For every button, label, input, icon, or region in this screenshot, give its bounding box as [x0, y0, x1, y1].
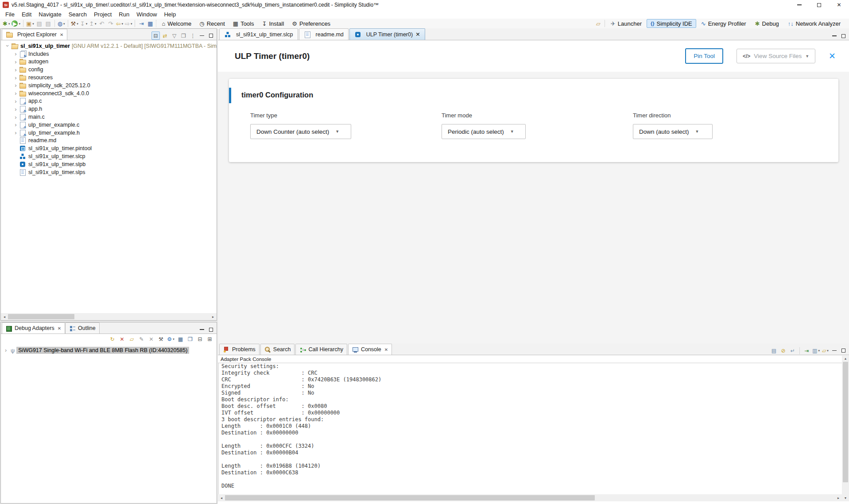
build-icon[interactable]: ⚒ [70, 19, 79, 28]
delete-icon[interactable]: ✕ [147, 335, 155, 344]
external-tools-icon[interactable]: ◍ [57, 19, 66, 28]
maximize-view-icon[interactable] [839, 347, 847, 355]
menu-edit[interactable]: Edit [18, 10, 35, 19]
perspective-launcher[interactable]: ✈Launcher [607, 19, 646, 28]
window-maximize-button[interactable] [809, 0, 829, 10]
window-minimize-button[interactable] [789, 0, 809, 10]
debug-icon[interactable]: ✱ [2, 19, 11, 28]
filter-icon[interactable]: ▽ [170, 31, 178, 40]
close-tab-icon[interactable]: ✕ [415, 31, 420, 38]
tree-item[interactable]: sl_si91x_ulp_timer.slcp [1, 152, 217, 160]
field-dropdown[interactable]: Down (auto select) ▼ [633, 124, 713, 139]
console-hscrollbar[interactable]: ◂ ▸ [218, 494, 842, 501]
expand-arrow-icon[interactable]: › [12, 129, 19, 136]
tree-item[interactable]: sl_si91x_ulp_timer.pintool [1, 144, 217, 152]
rename-icon[interactable]: ✎ [137, 335, 146, 344]
table-view-icon[interactable]: ▦ [176, 335, 185, 344]
field-dropdown[interactable]: Down Counter (auto select) ▼ [250, 124, 351, 139]
expand-arrow-icon[interactable]: › [12, 106, 19, 112]
run-icon[interactable]: ▶ [11, 19, 21, 28]
tree-item[interactable]: › .h app.h [1, 105, 217, 113]
minimize-view-icon[interactable] [198, 326, 206, 333]
scroll-lock-icon[interactable]: ⊘ [779, 346, 787, 355]
expand-arrow-icon[interactable]: › [12, 82, 19, 89]
redo-icon[interactable]: ↷ [106, 19, 115, 28]
close-view-icon[interactable]: ✕ [60, 32, 63, 37]
field-dropdown[interactable]: Periodic (auto select) ▼ [442, 124, 526, 139]
perspective-debug[interactable]: ✱Debug [751, 19, 783, 28]
console-output[interactable]: Security settings: Integrity check : CRC… [218, 363, 842, 494]
expand-arrow-icon[interactable]: › [12, 114, 19, 120]
menu-run[interactable]: Run [115, 10, 133, 19]
install-item[interactable]: ↧Install [258, 19, 288, 28]
tab-project-explorer[interactable]: Project Explorer ✕ [2, 29, 67, 40]
pin-tool-button[interactable]: Pin Tool [685, 48, 723, 64]
save-icon[interactable]: ▤ [35, 19, 44, 28]
menu-search[interactable]: Search [65, 10, 90, 19]
minimize-view-icon[interactable] [830, 32, 838, 40]
tab-search[interactable]: Search [260, 344, 295, 355]
display-console-icon[interactable]: ▥ [812, 346, 820, 355]
tree-item[interactable]: › autogen [1, 58, 217, 66]
copy-view-icon[interactable]: ❐ [186, 335, 194, 344]
recent-item[interactable]: ◷Recent [195, 19, 229, 28]
undo-icon[interactable]: ↶ [97, 19, 106, 28]
new-wizard-icon[interactable]: ▣ [25, 19, 35, 28]
expand-arrow-icon[interactable]: › [12, 121, 19, 128]
forward-icon[interactable]: ⇨ [124, 19, 133, 28]
pin-perspective-icon[interactable]: ▱ [594, 19, 603, 28]
pin-editor-icon[interactable]: ⇥ [137, 19, 146, 28]
window-close-button[interactable]: ✕ [829, 0, 849, 10]
menu-window[interactable]: Window [133, 10, 160, 19]
focus-task-icon[interactable]: ❐ [179, 31, 188, 40]
console-vscrollbar[interactable]: ▴ ▾ [842, 356, 849, 501]
expand-arrow-icon[interactable]: › [3, 347, 9, 353]
expand-arrow-icon[interactable]: › [12, 90, 19, 97]
scroll-left-icon[interactable]: ◂ [1, 315, 8, 319]
tree-item[interactable]: sl_si91x_ulp_timer.slps [1, 168, 217, 176]
project-explorer-hscrollbar[interactable]: ◂ ▸ [1, 313, 217, 320]
tree-item[interactable]: › .h ulp_timer_example.h [1, 129, 217, 137]
perspective-energy-profiler[interactable]: ∿Energy Profiler [697, 19, 750, 28]
upload-icon[interactable]: ↥ [88, 19, 97, 28]
scroll-up-icon[interactable]: ▴ [845, 356, 846, 362]
disconnect-icon[interactable]: ✕ [118, 335, 126, 344]
open-console-icon[interactable]: ▱ [821, 346, 830, 355]
menu-file[interactable]: File [2, 10, 18, 19]
tree-item[interactable]: › wiseconnect3_sdk_4.0.0 [1, 89, 217, 97]
collapse-icon[interactable]: ⊟ [196, 335, 204, 344]
tree-item[interactable]: › resources [1, 74, 217, 81]
tab-slcp[interactable]: sl_si91x_ulp_timer.slcp [219, 28, 298, 40]
expand-arrow-icon[interactable]: › [4, 43, 11, 49]
close-view-icon[interactable]: ✕ [384, 347, 388, 352]
tree-item[interactable]: sl_si91x_ulp_timer.slpb [1, 160, 217, 168]
menu-project[interactable]: Project [90, 10, 115, 19]
tree-item[interactable]: readme.md [1, 137, 217, 145]
close-view-icon[interactable]: ✕ [58, 326, 61, 331]
close-editor-icon[interactable]: ✕ [829, 51, 836, 61]
tree-item[interactable]: › .c app.c [1, 97, 217, 105]
pin-console-icon[interactable]: ⇥ [802, 346, 811, 355]
scroll-down-icon[interactable]: ▾ [845, 495, 846, 501]
scroll-right-icon[interactable]: ▸ [835, 496, 842, 500]
maximize-view-icon[interactable] [207, 32, 215, 40]
tab-console[interactable]: Console ✕ [348, 344, 392, 355]
open-folder-icon[interactable]: ▱ [128, 335, 136, 344]
scroll-right-icon[interactable]: ▸ [209, 315, 217, 319]
expand-arrow-icon[interactable]: › [12, 50, 19, 57]
expand-icon[interactable]: ⊞ [205, 335, 214, 344]
tree-item[interactable]: › .c main.c [1, 113, 217, 121]
expand-arrow-icon[interactable]: › [12, 58, 19, 65]
tree-item[interactable]: › h Includes [1, 50, 217, 58]
tree-item[interactable]: › .c ulp_timer_example.c [1, 121, 217, 129]
minimize-view-icon[interactable] [830, 347, 838, 355]
debug-adapter-row[interactable]: › ψ SiWG917 Single-band Wi-Fi and BLE 8M… [1, 346, 217, 354]
tab-debug-adapters[interactable]: Debug Adapters ✕ [2, 322, 65, 333]
download-icon[interactable]: ↧ [79, 19, 88, 28]
perspective-network-analyzer[interactable]: ↑↓Network Analyzer [784, 19, 845, 28]
tree-item[interactable]: › config [1, 66, 217, 74]
adapter-tools-icon[interactable]: ⚒ [157, 335, 165, 344]
expand-arrow-icon[interactable]: › [12, 66, 19, 73]
menu-help[interactable]: Help [160, 10, 179, 19]
perspective-simplicity-ide[interactable]: {}Simplicity IDE [647, 19, 696, 28]
